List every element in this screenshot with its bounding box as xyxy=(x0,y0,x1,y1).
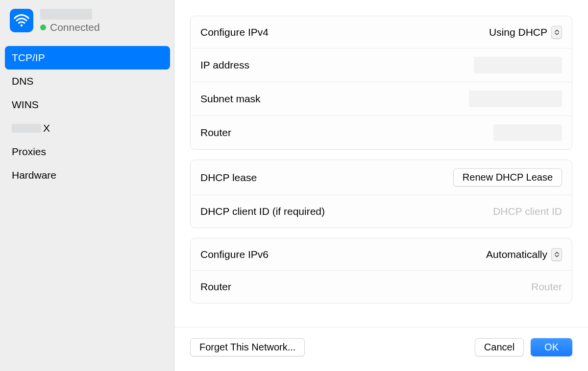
sidebar-item-redacted-x[interactable]: X xyxy=(5,116,170,140)
ipv4-router-value-redacted xyxy=(493,124,562,141)
chevron-up-down-icon xyxy=(551,26,562,39)
ipv6-router-label: Router xyxy=(200,281,531,293)
sidebar-item-label: TCP/IP xyxy=(12,52,45,64)
redacted-prefix xyxy=(12,124,41,133)
svg-point-0 xyxy=(21,24,23,27)
network-name-redacted xyxy=(40,9,92,20)
ip-address-row: IP address xyxy=(191,48,572,82)
configure-ipv4-row: Configure IPv4 Using DHCP xyxy=(191,16,572,48)
sidebar-list: TCP/IP DNS WINS X Proxies Hardware xyxy=(0,40,174,187)
configure-ipv6-popup[interactable]: Automatically xyxy=(486,248,562,261)
ip-address-value-redacted xyxy=(474,57,562,73)
dhcp-lease-row: DHCP lease Renew DHCP Lease xyxy=(191,160,572,195)
dhcp-client-id-label: DHCP client ID (if required) xyxy=(200,206,493,217)
connection-status: Connected xyxy=(50,22,100,33)
renew-dhcp-lease-button[interactable]: Renew DHCP Lease xyxy=(453,168,562,186)
subnet-mask-row: Subnet mask xyxy=(191,82,572,116)
network-header: Connected xyxy=(0,9,174,40)
chevron-up-down-icon xyxy=(551,248,562,261)
sidebar-item-dns[interactable]: DNS xyxy=(5,70,170,93)
sidebar-item-label: X xyxy=(43,122,50,134)
status-dot-icon xyxy=(40,24,46,30)
sidebar-item-wins[interactable]: WINS xyxy=(5,93,170,116)
sidebar-item-label: Proxies xyxy=(12,146,46,158)
configure-ipv4-value: Using DHCP xyxy=(489,26,547,38)
ipv6-group: Configure IPv6 Automatically Router Rout… xyxy=(190,238,572,303)
sidebar-item-label: Hardware xyxy=(12,169,56,181)
wifi-icon xyxy=(10,9,33,32)
sidebar-item-hardware[interactable]: Hardware xyxy=(5,163,170,187)
dhcp-client-id-input[interactable]: DHCP client ID xyxy=(493,206,562,217)
dhcp-client-id-row: DHCP client ID (if required) DHCP client… xyxy=(191,195,572,228)
ipv6-router-row: Router Router xyxy=(191,271,572,303)
settings-scroll[interactable]: Configure IPv4 Using DHCP IP address Sub… xyxy=(174,0,588,327)
network-settings-window: Connected TCP/IP DNS WINS X Proxies Har xyxy=(0,0,588,371)
configure-ipv4-label: Configure IPv4 xyxy=(200,26,489,38)
ipv4-router-row: Router xyxy=(191,116,572,149)
sidebar-item-label: WINS xyxy=(12,99,39,111)
cancel-button[interactable]: Cancel xyxy=(475,338,524,356)
configure-ipv6-row: Configure IPv6 Automatically xyxy=(191,238,572,271)
ip-address-label: IP address xyxy=(200,59,474,71)
sidebar-item-label: DNS xyxy=(12,75,33,87)
footer: Forget This Network... Cancel OK xyxy=(174,327,588,371)
ipv4-group: Configure IPv4 Using DHCP IP address Sub… xyxy=(190,16,572,150)
sidebar: Connected TCP/IP DNS WINS X Proxies Har xyxy=(0,0,174,371)
sidebar-item-tcpip[interactable]: TCP/IP xyxy=(5,46,170,70)
configure-ipv6-value: Automatically xyxy=(486,249,547,260)
configure-ipv6-label: Configure IPv6 xyxy=(200,249,486,260)
ok-button[interactable]: OK xyxy=(531,338,572,356)
settings-content: Configure IPv4 Using DHCP IP address Sub… xyxy=(174,0,588,371)
forget-network-button[interactable]: Forget This Network... xyxy=(190,338,305,356)
ipv4-router-label: Router xyxy=(200,127,493,139)
sidebar-item-proxies[interactable]: Proxies xyxy=(5,140,170,163)
configure-ipv4-popup[interactable]: Using DHCP xyxy=(489,26,562,39)
dhcp-group: DHCP lease Renew DHCP Lease DHCP client … xyxy=(190,160,572,228)
subnet-mask-label: Subnet mask xyxy=(200,93,469,105)
dhcp-lease-label: DHCP lease xyxy=(200,172,453,184)
ipv6-router-input[interactable]: Router xyxy=(531,281,562,293)
subnet-mask-value-redacted xyxy=(469,91,562,107)
